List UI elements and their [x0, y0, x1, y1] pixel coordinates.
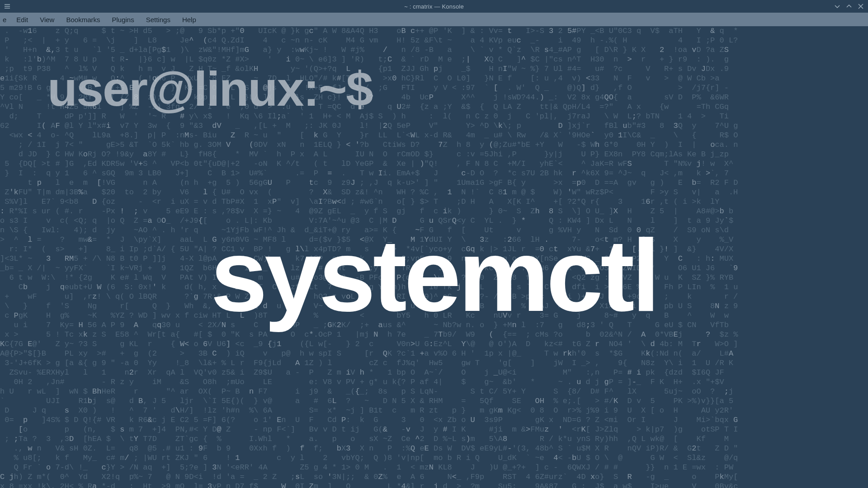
menu-file[interactable]: e	[2, 14, 10, 25]
overlay-headline: systemctl	[211, 225, 658, 327]
cmatrix-background: . -w16 z Q;q $ t ~ >H d5 > ;@ 9 Sb*p +"0…	[0, 26, 868, 488]
menu-plugins[interactable]: Plugins	[106, 14, 139, 25]
window-title: ~ : cmatrix — Konsole	[404, 3, 464, 10]
menu-settings[interactable]: Settings	[141, 14, 176, 25]
menu-edit[interactable]: Edit	[11, 14, 33, 25]
window-titlebar: ~ : cmatrix — Konsole	[0, 0, 868, 13]
menu-bookmarks[interactable]: Bookmarks	[61, 14, 105, 25]
menu-help[interactable]: Help	[177, 14, 202, 25]
app-menu-icon[interactable]	[4, 3, 11, 10]
overlay-prompt: user@linux:~$	[47, 65, 373, 113]
close-icon[interactable]	[857, 3, 864, 10]
overlay: user@linux:~$ systemctl	[0, 26, 868, 488]
menubar: e Edit View Bookmarks Plugins Settings H…	[0, 13, 868, 26]
terminal-viewport[interactable]: . -w16 z Q;q $ t ~ >H d5 > ;@ 9 Sb*p +"0…	[0, 26, 868, 488]
menu-view[interactable]: View	[34, 14, 60, 25]
minimize-icon[interactable]	[834, 3, 841, 10]
maximize-icon[interactable]	[845, 3, 853, 10]
